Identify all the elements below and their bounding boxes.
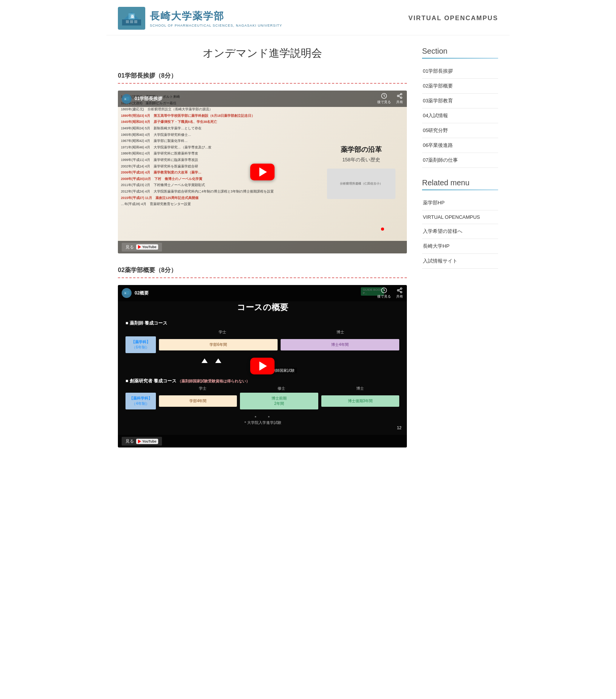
pharma-dept-name: 【薬学科】 (129, 339, 152, 345)
youtube-logo-small-2: YouTube (136, 439, 158, 444)
page-number: 12 (397, 425, 402, 430)
svg-point-20 (400, 291, 402, 293)
watch-label-2: 見る (125, 438, 134, 444)
svg-text:薬: 薬 (124, 292, 126, 294)
related-item-02[interactable]: VIRTUAL OPENCAMPUS (422, 210, 498, 224)
related-item-04[interactable]: 長崎大学HP (422, 239, 498, 254)
video-02-watch-button[interactable]: 見る YouTube (122, 437, 162, 446)
video-01-top-right: 後で見る 共有 (377, 93, 403, 105)
pharmacist-course-label: ■ 薬剤師 養成コース (125, 320, 399, 326)
svg-rect-4 (134, 20, 137, 23)
asterisks: ＊ ＊ (254, 415, 271, 419)
video-01-clock-icon[interactable]: 後で見る (377, 93, 391, 105)
video-01-inner: 薬 01学部長挨拶 後で見る 共有 (118, 91, 407, 253)
sidebar: Section 01学部長挨拶 02薬学部概要 03薬学部教育 04入試情報 0… (422, 35, 498, 458)
logo-sub-text: SCHOOL OF PHARMACEUTICAL SCIENCES, NAGAS… (150, 24, 282, 27)
related-item-01[interactable]: 薬学部HP (422, 196, 498, 210)
later-label-2: 後で見る (377, 294, 391, 299)
researcher-note: （薬剤師国家試験受験資格は得られない） (178, 379, 250, 383)
svg-point-19 (397, 290, 399, 291)
video-01-red-dot (381, 228, 384, 231)
video-02-top-bar: 薬 02概要 後で見る 共有 (118, 285, 407, 301)
related-menu: Related menu 薬学部HP VIRTUAL OPENCAMPUS 入学… (422, 168, 498, 269)
svg-text:薬: 薬 (124, 98, 126, 100)
video-01-play-button[interactable] (250, 164, 275, 180)
related-item-05[interactable]: 入試情報サイト (422, 254, 498, 269)
related-title-line (422, 189, 498, 190)
sidebar-item-01[interactable]: 01学部長挨拶 (422, 64, 498, 79)
video2-title: コースの概要 (125, 302, 399, 313)
page-title: オンデマンド進学説明会 (118, 35, 407, 70)
play-triangle-icon-2 (259, 361, 267, 371)
section-01-area: 01学部長挨拶（8分） 薬 01学部長挨拶 (118, 70, 407, 253)
video-01-top-bar: 薬 01学部長挨拶 後で見る 共有 (118, 91, 407, 107)
video-02-bottom-bar: 見る YouTube (118, 435, 407, 447)
sidebar-item-04[interactable]: 04入試情報 (422, 108, 498, 123)
undergrad-6yr-box: 学部6年間 (159, 339, 278, 350)
site-title-right: VIRTUAL OPENCAMPUS (408, 14, 498, 22)
section-02-divider (118, 277, 407, 278)
sidebar-item-05[interactable]: 05研究分野 (422, 123, 498, 138)
yt-label: YouTube (142, 245, 156, 249)
video-02-top-right: 後で見る 共有 (377, 287, 403, 299)
video1-monument-image: 分析窮理所遺構（仁田佐古小） (327, 169, 395, 199)
sidebar-item-07[interactable]: 07薬剤師の仕事 (422, 153, 498, 168)
pharmacist-level-bachelor: 学士 (164, 330, 281, 335)
section-menu-title: Section (422, 39, 498, 56)
video1-main-title: 薬学部の沿革 (341, 145, 382, 154)
svg-text:薬: 薬 (130, 14, 135, 19)
video-01-watch-button[interactable]: 見る YouTube (122, 243, 162, 252)
video-02-thumbnail: GUIDE BOOKP... コースの概要 ■ 薬剤師 養成コース 学士 博士 (118, 285, 407, 448)
arrows-2 (215, 358, 221, 364)
video-02-container[interactable]: 薬 02概要 後で見る 共有 (118, 285, 407, 448)
video-01-container[interactable]: 薬 01学部長挨拶 後で見る 共有 (118, 91, 407, 253)
video-01-history-text: 1823年(文政6) 函館医シーボルト来崎 1825年(文政8) 薬剤師ビルガー… (118, 91, 316, 253)
svg-rect-5 (130, 20, 133, 23)
pharma-sci-dept-name: 【薬科学科】 (129, 396, 152, 401)
sidebar-item-02[interactable]: 02薬学部概要 (422, 79, 498, 94)
pharma-sci-dept-box: 【薬科学科】 （4年制） (125, 393, 156, 409)
grad-exam-note: ＊ ＊ ＊大学院入学進学試験 (125, 415, 399, 425)
pharmacist-level-doctor: 博士 (281, 330, 399, 335)
yt-label-2: YouTube (142, 439, 156, 443)
sidebar-item-06[interactable]: 06卒業後進路 (422, 138, 498, 153)
researcher-course-label: ■ 創薬研究者 養成コース （薬剤師国家試験受験資格は得られない） (125, 378, 399, 384)
section-01-heading: 01学部長挨拶（8分） (118, 70, 407, 80)
later-label: 後で見る (377, 100, 391, 105)
share-label-2: 共有 (396, 294, 403, 299)
arrow-up-2 (215, 358, 221, 363)
video-02-label: 02概要 (135, 290, 149, 296)
undergrad-4yr-box: 学部4年間 (159, 395, 237, 407)
pharmacist-levels: 学士 博士 (125, 330, 399, 335)
sidebar-item-03[interactable]: 03薬学部教育 (422, 94, 498, 108)
pharma-dept-years: （6年制） (129, 345, 152, 350)
watch-label: 見る (125, 244, 134, 250)
video-01-share-icon[interactable]: 共有 (396, 93, 403, 105)
section-02-heading: 02薬学部概要（8分） (118, 264, 407, 274)
video-01-bottom-bar: 見る YouTube (118, 241, 407, 253)
svg-point-11 (397, 95, 399, 97)
video-02-play-button[interactable] (250, 358, 275, 374)
pharma-dept-box: 【薬学科】 （6年制） (125, 336, 156, 353)
related-item-03[interactable]: 入学希望の皆様へ (422, 224, 498, 239)
master-2yr-box: 博士前期2年間 (240, 393, 318, 409)
section-02-area: 02薬学部概要（8分） 薬 02概要 (118, 264, 407, 448)
pharmacist-course-row: 【薬学科】 （6年制） 学部6年間 博士4年間 (125, 336, 399, 353)
doctor-3yr-box: 博士後期3年間 (321, 395, 399, 407)
researcher-course: ■ 創薬研究者 養成コース （薬剤師国家試験受験資格は得られない） 学士 修士 … (125, 378, 399, 409)
svg-point-10 (400, 93, 402, 95)
main-layout: オンデマンド進学説明会 01学部長挨拶（8分） 薬 (106, 35, 510, 473)
related-menu-title: Related menu (422, 168, 498, 187)
researcher-level-doctor: 博士 (321, 386, 399, 391)
yt-play-icon-2 (138, 439, 141, 443)
video-02-clock-icon[interactable]: 後で見る (377, 287, 391, 299)
svg-line-13 (399, 96, 401, 97)
section-title-line (422, 58, 498, 59)
researcher-course-row: 【薬科学科】 （4年制） 学部4年間 博士前期2年間 博士後期3年間 (125, 393, 399, 409)
video-02-share-icon[interactable]: 共有 (396, 287, 403, 299)
grad-exam-label: ＊大学院入学進学試験 (243, 420, 281, 425)
logo-text-area: 長崎大学薬学部 SCHOOL OF PHARMACEUTICAL SCIENCE… (150, 10, 282, 27)
yt-play-icon (138, 245, 141, 249)
youtube-logo-small: YouTube (136, 244, 158, 250)
share-label: 共有 (396, 100, 403, 105)
